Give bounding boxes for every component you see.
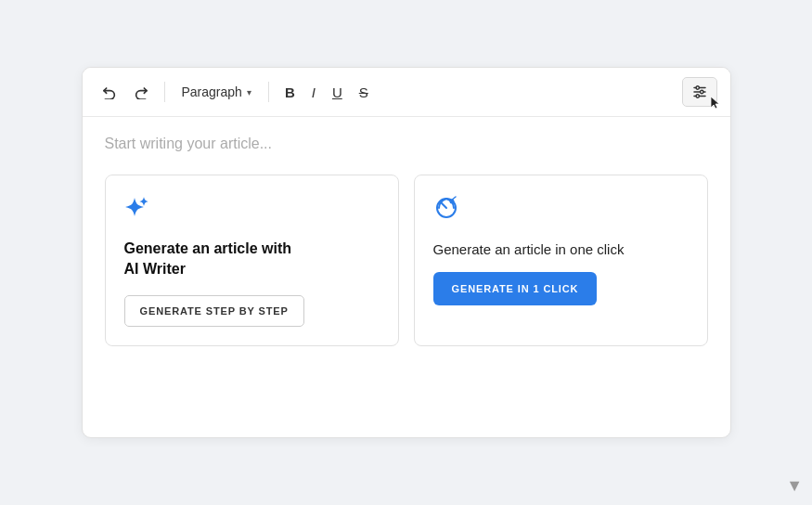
editor-body[interactable]: Start writing your article... Generate a… [83, 117, 730, 374]
ai-writer-title: Generate an article withAI Writer [124, 239, 380, 280]
svg-point-5 [696, 95, 699, 97]
redo-icon [134, 84, 148, 99]
italic-icon: I [312, 84, 316, 100]
underline-button[interactable]: U [326, 80, 349, 105]
speed-icon [433, 194, 689, 227]
scroll-hint: ▼ [786, 476, 803, 496]
paragraph-label: Paragraph [182, 84, 242, 99]
bold-icon: B [285, 84, 295, 100]
generate-in-one-click-button[interactable]: GENERATE IN 1 CLICK [433, 272, 598, 305]
cards-row: Generate an article withAI Writer GENERA… [105, 175, 708, 346]
editor-container: Paragraph ▾ B I U S [82, 67, 731, 438]
one-click-card: Generate an article in one click GENERAT… [414, 175, 708, 346]
sparkle-icon [124, 194, 380, 224]
svg-point-3 [696, 86, 699, 89]
strikethrough-button[interactable]: S [353, 80, 375, 105]
divider-1 [164, 82, 165, 102]
cursor-icon [709, 96, 721, 110]
chevron-down-icon: ▾ [247, 87, 251, 97]
underline-icon: U [332, 84, 342, 100]
sliders-icon [691, 84, 708, 100]
undo-icon [102, 84, 117, 99]
redo-button[interactable] [127, 80, 155, 104]
strikethrough-icon: S [359, 84, 368, 100]
ai-writer-card: Generate an article withAI Writer GENERA… [105, 175, 399, 346]
editor-placeholder: Start writing your article... [105, 136, 708, 152]
svg-point-4 [700, 90, 702, 93]
paragraph-dropdown[interactable]: Paragraph ▾ [174, 80, 259, 104]
settings-button[interactable] [682, 77, 717, 107]
bold-button[interactable]: B [278, 80, 302, 105]
italic-button[interactable]: I [305, 80, 322, 105]
generate-step-by-step-button[interactable]: GENERATE STEP BY STEP [124, 295, 304, 327]
divider-2 [268, 82, 269, 102]
undo-button[interactable] [96, 80, 123, 104]
one-click-description: Generate an article in one click [433, 241, 689, 257]
toolbar: Paragraph ▾ B I U S [83, 68, 730, 117]
